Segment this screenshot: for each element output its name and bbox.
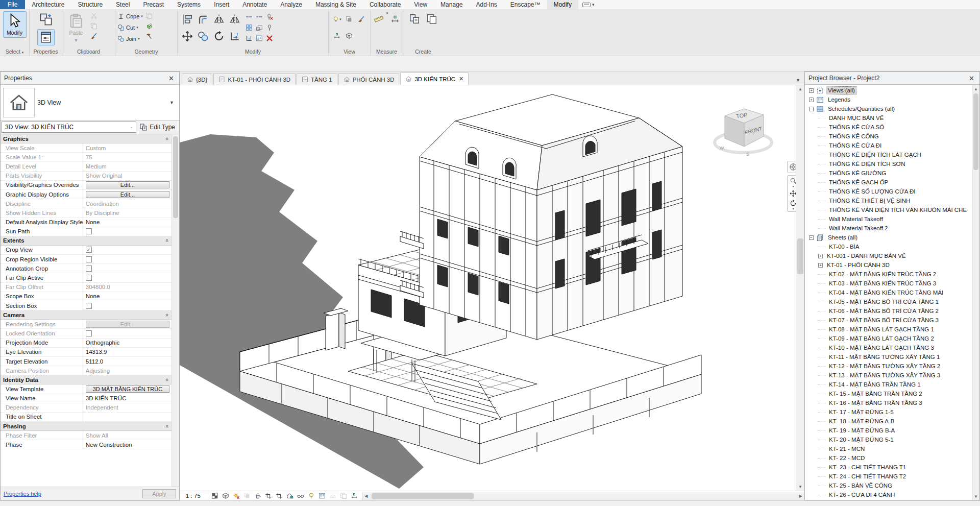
section-header-phasing[interactable]: Phasing« xyxy=(1,422,172,431)
unpin-tool[interactable] xyxy=(264,11,275,22)
tree-item-kt-05-m-t-b-ng-b-tr-c-a-t-ng-1[interactable]: KT-05 - MẶT BẰNG BỐ TRÍ CỬA TẦNG 1 xyxy=(807,297,972,306)
property-value-crop-view[interactable]: ✓ xyxy=(83,246,172,254)
visual-style-button[interactable] xyxy=(222,492,230,500)
vertical-scrollbar[interactable]: ▲ ▼ xyxy=(796,85,804,491)
displace-elements-tool[interactable] xyxy=(343,28,355,44)
vertical-scroll-thumb[interactable] xyxy=(797,238,803,274)
tree-item-th-ng-k-thi-t-b-v-sinh[interactable]: THỐNG KÊ THIẾT BỊ VỆ SINH xyxy=(807,196,972,205)
tree-expander-icon[interactable]: + xyxy=(809,88,814,93)
dimension-tool[interactable] xyxy=(389,11,401,27)
tree-item-kt-27-kh-i-l-ng[interactable]: +KT- 27 - KHỐI LƯỢNG xyxy=(807,499,972,500)
property-value-graphic-display-options[interactable]: Edit... xyxy=(83,190,172,199)
ribbon-tab-precast[interactable]: Precast xyxy=(136,0,170,9)
horizontal-scroll-thumb[interactable] xyxy=(372,493,474,499)
horizontal-scrollbar[interactable]: ◀ ▶ xyxy=(362,492,804,500)
analytical-model-off-button[interactable] xyxy=(329,492,337,500)
tree-item-kt-02-m-t-b-ng-ki-n-tr-c-t-ng-2[interactable]: KT-02 - MẶT BẰNG KIẾN TRÚC TẦNG 2 xyxy=(807,270,972,279)
properties-toggle-button[interactable] xyxy=(37,11,55,28)
apply-button[interactable]: Apply xyxy=(142,489,176,498)
tree-item-kt-18-m-t-ng-a-b[interactable]: KT- 18 - MẶT ĐỨNG A-B xyxy=(807,417,972,426)
property-value-far-clip-active[interactable] xyxy=(83,273,172,282)
properties-scrollbar[interactable] xyxy=(172,134,179,487)
collapse-chevron-icon[interactable]: « xyxy=(164,239,170,242)
tree-item-kt-16-m-t-b-ng-tr-n-t-ng-3[interactable]: KT- 16 - MẶT BẰNG TRẦN TẦNG 3 xyxy=(807,398,972,407)
section-header-extents[interactable]: Extents« xyxy=(1,236,172,246)
temporary-hide-isolate-button[interactable] xyxy=(297,492,305,500)
tree-item-th-ng-k-g-ch-p[interactable]: THỐNG KÊ GẠCH ỐP xyxy=(807,178,972,187)
tree-item-kt-17-m-t-ng-1-5[interactable]: KT- 17 - MẶT ĐỨNG 1-5 xyxy=(807,407,972,417)
properties-close-icon[interactable]: ✕ xyxy=(167,75,176,82)
view-tab-ph-i-c-nh-3d[interactable]: PHỐI CẢNH 3D xyxy=(338,74,400,85)
ribbon-tab-file[interactable]: File xyxy=(0,0,25,9)
tree-item-kt-12-m-t-b-ng-t-ng-x-y-t-ng-2[interactable]: KT-12 - MẶT BẰNG TƯỜNG XÂY TẦNG 2 xyxy=(807,362,972,371)
delete-tool[interactable] xyxy=(264,33,275,43)
tree-item-kt-22-mcd[interactable]: KT- 22 - MCD xyxy=(807,453,972,463)
tree-item-kt-23-chi-ti-t-thang-t1[interactable]: KT- 23 - CHI TIẾT THANG T1 xyxy=(807,463,972,472)
tree-item-th-ng-k-di-n-t-ch-l-t-g-ch[interactable]: THỐNG KÊ DIỆN TÍCH LÁT GẠCH xyxy=(807,150,972,159)
cut-geometry-button[interactable]: Cut▾ xyxy=(117,22,143,33)
tree-item-danh-m-c-b-n-v[interactable]: DANH MỤC BẢN VẼ xyxy=(807,113,972,123)
property-value-visibility-graphics-overrides[interactable]: Edit... xyxy=(83,181,172,189)
edit-type-button[interactable]: Edit Type xyxy=(136,123,178,131)
array-tool[interactable] xyxy=(244,22,254,33)
view-scale-control[interactable]: 1 : 75 xyxy=(183,493,204,499)
demolish-button[interactable] xyxy=(144,21,154,31)
pin-tool[interactable] xyxy=(264,22,275,33)
tree-item-kt-26-c-a-i-4-c-nh[interactable]: KT- 26 - CƯA ĐI 4 CÁNH xyxy=(807,490,972,499)
ribbon-tab-analyze[interactable]: Analyze xyxy=(274,0,309,9)
measure-tool[interactable] xyxy=(373,11,385,27)
ribbon-tab-enscape[interactable]: Enscape™ xyxy=(504,0,547,9)
split-element-tool[interactable] xyxy=(244,11,254,22)
tree-item-views-all[interactable]: +Views (all) xyxy=(807,86,972,95)
tree-item-wall-material-takeoff-2[interactable]: Wall Material Takeoff 2 xyxy=(807,224,972,233)
scroll-left-icon[interactable]: ◀ xyxy=(362,492,370,500)
ribbon-tab-manage[interactable]: Manage xyxy=(434,0,469,9)
ribbon-tab-steel[interactable]: Steel xyxy=(109,0,136,9)
viewcube[interactable]: TOP FRONT W S xyxy=(713,103,776,162)
model-3d-view[interactable] xyxy=(180,85,796,491)
tree-expander-icon[interactable]: − xyxy=(809,107,814,111)
tree-item-kt-13-m-t-b-ng-t-ng-x-y-t-ng-3[interactable]: KT-13 - MẶT BẰNG TƯỜNG XÂY TẦNG 3 xyxy=(807,371,972,380)
ribbon-tab-systems[interactable]: Systems xyxy=(170,0,207,9)
ribbon-tab-view[interactable]: View xyxy=(407,0,434,9)
tree-item-kt-14-m-t-b-ng-tr-n-t-ng-1[interactable]: KT-14 - MẶT BẰNG TRẦN TẦNG 1 xyxy=(807,380,972,389)
tree-item-th-ng-k-c-ng[interactable]: THỐNG KÊ CỔNG xyxy=(807,132,972,141)
scale-tool[interactable] xyxy=(254,22,264,33)
cope-button[interactable]: Cope▾ xyxy=(117,11,143,21)
tree-item-sheets-all[interactable]: −Sheets (all) xyxy=(807,233,972,242)
checkbox-sun-path[interactable] xyxy=(86,228,92,234)
checkbox-far-clip-active[interactable] xyxy=(86,275,92,281)
checkbox-crop-region-visible[interactable] xyxy=(86,256,92,262)
tree-item-legends[interactable]: +Legends xyxy=(807,95,972,104)
crop-view-button[interactable] xyxy=(264,492,273,500)
tree-item-wall-material-takeoff[interactable]: Wall Material Takeoff xyxy=(807,214,972,224)
tree-item-kt-08-m-t-b-ng-l-t-g-ch-t-ng-1[interactable]: KT-08 - MẶT BẰNG LÁT GẠCH TẦNG 1 xyxy=(807,325,972,334)
property-value-view-name[interactable]: 3D KIẾN TRÚC xyxy=(83,394,172,403)
collapse-chevron-icon[interactable]: « xyxy=(164,425,170,428)
tree-item-kt-11-m-t-b-ng-t-ng-x-y-t-ng-1[interactable]: KT-11 - MẶT BẰNG TƯỜNG XÂY TẦNG 1 xyxy=(807,352,972,362)
scroll-down-icon[interactable]: ▼ xyxy=(972,493,979,500)
tree-item-th-ng-k-gi-ng[interactable]: THỐNG KÊ GIƯỜNG xyxy=(807,168,972,178)
tree-expander-icon[interactable]: + xyxy=(818,254,823,258)
create-group-tool[interactable] xyxy=(407,11,422,27)
tree-expander-icon[interactable]: + xyxy=(818,263,823,268)
property-value-eye-elevation[interactable]: 14313.9 xyxy=(83,348,172,356)
type-selector[interactable]: 3D View ▼ xyxy=(1,85,179,121)
reveal-constraints-button[interactable] xyxy=(350,492,359,500)
ribbon-tab-architecture[interactable]: Architecture xyxy=(25,0,71,9)
drawing-canvas[interactable]: TOP FRONT W S ▾ ▾ xyxy=(180,85,804,491)
tree-item-kt-09-m-t-b-ng-l-t-g-ch-t-ng-2[interactable]: KT-09 - MẶT BẰNG LÁT GẠCH TẦNG 2 xyxy=(807,334,972,343)
tree-expander-icon[interactable]: + xyxy=(809,98,814,102)
cut-to-clipboard-button[interactable] xyxy=(89,11,99,20)
tree-item-kt-001-danh-m-c-b-n-v[interactable]: +KT-001 - DANH MỤC BẢN VẼ xyxy=(807,251,972,260)
view-tab-3d-ki-n-tr-c[interactable]: 3D KIẾN TRÚC✕ xyxy=(400,73,469,85)
ribbon-tab-insert[interactable]: Insert xyxy=(207,0,236,9)
wall-joins-button[interactable] xyxy=(144,32,154,41)
section-header-camera[interactable]: Camera« xyxy=(1,310,172,320)
align-tool[interactable] xyxy=(180,11,195,28)
displacement-sets-button[interactable] xyxy=(339,492,348,500)
project-browser-close-icon[interactable]: ✕ xyxy=(967,75,976,82)
show-rendering-dialog-button[interactable] xyxy=(254,492,262,500)
tree-item-schedules-quantities-all[interactable]: −Schedules/Quantities (all) xyxy=(807,104,972,113)
property-value-view-template[interactable]: 3D MẶT BẰNG KIẾN TRÚC xyxy=(83,384,172,393)
